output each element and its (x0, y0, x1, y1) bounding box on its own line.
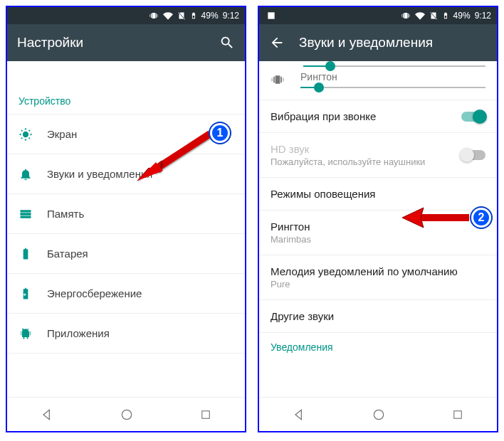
nav-back[interactable] (40, 408, 54, 422)
row-label: HD звук (271, 143, 461, 155)
settings-item-power[interactable]: Энергосбережение (7, 274, 245, 314)
no-sim-icon (429, 11, 438, 21)
toggle-switch (461, 150, 485, 160)
annotation-arrow-2 (398, 206, 476, 235)
wifi-icon (415, 11, 425, 21)
nav-bar (259, 397, 497, 431)
svg-point-3 (374, 410, 383, 419)
row-label: Вибрация при звонке (271, 110, 461, 122)
battery-pct: 49% (201, 11, 219, 21)
annotation-badge-2: 2 (471, 208, 491, 228)
page-title: Звуки и уведомления (299, 35, 487, 51)
hd-sound-row: HD звук Пожалуйста, используйте наушники (259, 133, 497, 178)
no-sim-icon (177, 11, 186, 21)
nav-recent[interactable] (451, 408, 464, 421)
svg-rect-4 (454, 410, 462, 418)
android-icon (19, 326, 47, 341)
slider-label: Рингтон (300, 71, 485, 83)
status-bar: 49% 9:12 (259, 7, 497, 24)
settings-item-battery[interactable]: Батарея (7, 234, 245, 274)
ringtone-volume-row[interactable]: Рингтон (259, 68, 497, 100)
toggle-switch[interactable] (461, 112, 485, 122)
settings-item-apps[interactable]: Приложения (7, 314, 245, 354)
section-header-device: Устройство (7, 83, 245, 115)
battery-saver-icon (19, 287, 47, 301)
svg-point-0 (122, 410, 131, 419)
settings-item-label: Батарея (47, 248, 233, 260)
nav-home[interactable] (372, 408, 386, 422)
default-notif-row[interactable]: Мелодия уведомлений по умолчанию Pure (259, 255, 497, 300)
svg-rect-1 (202, 410, 210, 418)
battery-icon (442, 11, 449, 21)
nav-back[interactable] (292, 408, 306, 422)
search-icon[interactable] (219, 35, 235, 51)
row-value: Pure (271, 279, 485, 289)
annotation-arrow-1 (132, 127, 217, 184)
vibrate-on-call-row[interactable]: Вибрация при звонке (259, 100, 497, 133)
svg-rect-2 (268, 12, 274, 18)
row-sub: Пожалуйста, используйте наушники (271, 156, 461, 167)
toolbar: Настройки (7, 24, 245, 61)
vibrate-icon (271, 73, 290, 87)
row-label: Мелодия уведомлений по умолчанию (271, 265, 485, 277)
section-header-notifications: Уведомления (259, 333, 497, 360)
settings-item-label: Энергосбережение (47, 287, 233, 299)
settings-item-storage[interactable]: Память (7, 194, 245, 234)
storage-icon (19, 207, 47, 221)
status-bar: 49% 9:12 (7, 7, 245, 24)
phone-right: 49% 9:12 Звуки и уведомления Рингтон (258, 6, 498, 432)
clock: 9:12 (475, 11, 491, 21)
battery-icon (190, 11, 197, 21)
toolbar: Звуки и уведомления (259, 24, 497, 61)
clock: 9:12 (223, 11, 239, 21)
screenshot-icon (266, 11, 276, 21)
other-sounds-row[interactable]: Другие звуки (259, 300, 497, 333)
settings-item-label: Память (47, 208, 233, 220)
battery-pct: 49% (453, 11, 471, 21)
brightness-icon (19, 127, 47, 142)
settings-list: Устройство Экран Звуки и уведомления Пам… (7, 61, 245, 397)
vibrate-icon (401, 11, 411, 21)
row-label: Другие звуки (271, 310, 485, 322)
row-value: Marimbas (271, 234, 485, 245)
phone-left: 49% 9:12 Настройки Устройство Экран Звук… (6, 6, 246, 432)
nav-recent[interactable] (199, 408, 212, 421)
page-title: Настройки (17, 35, 205, 51)
vibrate-icon (149, 11, 159, 21)
bell-icon (19, 167, 47, 181)
nav-home[interactable] (120, 408, 134, 422)
wifi-icon (163, 11, 173, 21)
nav-bar (7, 397, 245, 431)
media-slider-partial[interactable] (259, 61, 497, 68)
annotation-badge-1: 1 (210, 123, 230, 143)
battery-icon (19, 247, 47, 261)
settings-item-label: Приложения (47, 327, 233, 339)
row-label: Режимы оповещения (271, 188, 485, 200)
back-icon[interactable] (269, 35, 285, 51)
